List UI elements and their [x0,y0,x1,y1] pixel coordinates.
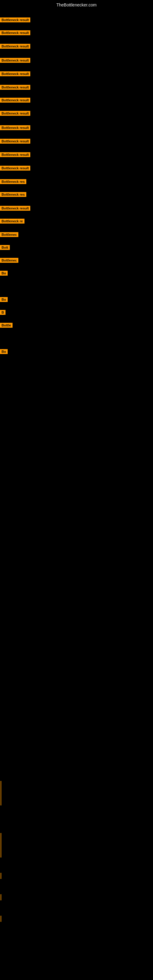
bottleneck-result-badge[interactable]: Bottle [0,323,13,328]
badge-container-6: Bottleneck result [0,98,30,104]
bottleneck-result-badge[interactable]: B [0,310,5,315]
badge-container-11: Bottleneck result [0,166,30,172]
bottleneck-result-badge[interactable]: Bottlenec [0,258,18,263]
bottleneck-result-badge[interactable]: Bottleneck res [0,179,26,184]
badge-container-9: Bottleneck result [0,139,30,145]
badge-container-17: Bott [0,245,10,251]
bottleneck-result-badge[interactable]: Bottlenec [0,232,18,237]
badge-container-15: Bottleneck re [0,219,24,225]
badge-container-1: Bottleneck result [0,30,30,37]
bottleneck-result-badge[interactable]: Bottleneck result [0,58,30,63]
badge-container-12: Bottleneck res [0,179,26,185]
badge-container-10: Bottleneck result [0,152,30,158]
bottleneck-result-badge[interactable]: Bottleneck result [0,139,30,144]
badge-container-20: Bo [0,297,8,303]
badge-container-18: Bottlenec [0,258,18,264]
vertical-line-2 [1,873,1,879]
badge-container-13: Bottleneck res [0,192,26,198]
bottleneck-result-badge[interactable]: Bottleneck re [0,219,24,224]
badge-container-16: Bottlenec [0,232,18,238]
bottleneck-result-badge[interactable]: Bottleneck result [0,98,30,103]
badge-container-21: B [0,310,5,316]
bottleneck-result-badge[interactable]: Bottleneck result [0,18,30,22]
bottleneck-result-badge[interactable]: Bott [0,245,10,250]
bottleneck-result-badge[interactable]: Bottleneck result [0,72,30,76]
badge-container-19: Bo [0,271,8,277]
badge-container-2: Bottleneck result [0,44,30,50]
site-title: TheBottlenecker.com [0,0,153,10]
vertical-line-1 [1,833,1,858]
vertical-line-3 [1,894,1,900]
vertical-line-0 [1,781,1,805]
bottleneck-result-badge[interactable]: Bo [0,271,8,275]
badge-container-23: Bo [0,349,8,355]
bottleneck-result-badge[interactable]: Bottleneck result [0,166,30,170]
badge-container-5: Bottleneck result [0,85,30,91]
bottleneck-result-badge[interactable]: Bottleneck result [0,111,30,116]
bottleneck-result-badge[interactable]: Bottleneck result [0,44,30,49]
bottleneck-result-badge[interactable]: Bottleneck result [0,125,30,130]
badge-container-4: Bottleneck result [0,72,30,78]
bottleneck-result-badge[interactable]: Bottleneck result [0,85,30,90]
badge-container-22: Bottle [0,323,13,329]
badge-container-14: Bottleneck result [0,206,30,212]
badge-container-7: Bottleneck result [0,111,30,117]
vertical-line-4 [1,916,1,922]
bottleneck-result-badge[interactable]: Bottleneck result [0,206,30,211]
bottleneck-result-badge[interactable]: Bottleneck result [0,152,30,157]
bottleneck-result-badge[interactable]: Bottleneck result [0,30,30,35]
badge-container-0: Bottleneck result [0,18,30,24]
badge-container-8: Bottleneck result [0,125,30,131]
badge-container-3: Bottleneck result [0,58,30,64]
bottleneck-result-badge[interactable]: Bo [0,349,8,354]
bottleneck-result-badge[interactable]: Bo [0,297,8,302]
bottleneck-result-badge[interactable]: Bottleneck res [0,192,26,197]
